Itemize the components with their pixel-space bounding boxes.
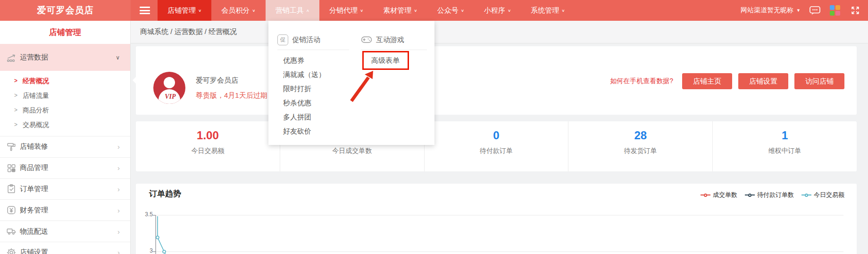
menu-item-friend-bargain[interactable]: 好友砍价	[277, 124, 349, 138]
store-name: 爱可罗会员店	[196, 76, 238, 85]
chevron-up-icon: ∧	[306, 8, 309, 13]
nav-tab-member-points[interactable]: 会员积分∨	[211, 0, 265, 21]
delivery-truck-icon	[6, 226, 17, 237]
stat-value: 28	[568, 129, 712, 143]
main-nav-tabs: 店铺管理∨ 会员积分∨ 营销工具∧ 分销代理∨ 素材管理∨ 公众号∨ 小程序∨ …	[158, 0, 575, 21]
sidebar-title: 店铺管理	[0, 21, 130, 44]
chevron-down-icon: ∨	[461, 8, 464, 13]
store-avatar: VIP	[153, 72, 185, 104]
shop-settings-button[interactable]: 店铺设置	[738, 73, 788, 89]
breadcrumb[interactable]: 商城系统 / 运营数据 / 经营概况	[140, 27, 237, 36]
legend-pending-payment-orders[interactable]: 待付款订单数	[745, 191, 794, 199]
fullscreen-expand-icon[interactable]	[849, 5, 861, 16]
stat-pending-shipment-orders: 28 待发货订单	[568, 121, 712, 171]
stat-label: 待发货订单	[568, 147, 712, 155]
stat-value: 1.00	[136, 129, 280, 143]
red-highlight-box	[362, 51, 409, 70]
sidebar-sub-product-analysis[interactable]: >商品分析	[0, 103, 130, 118]
nav-tab-official-account[interactable]: 公众号∨	[427, 0, 474, 21]
chevron-right-icon: ›	[117, 248, 120, 254]
sidebar-sub-shop-traffic[interactable]: >店铺流量	[0, 88, 130, 103]
sidebar-item-finance-management[interactable]: 财务管理 ›	[0, 199, 130, 220]
sidebar: 店铺管理 运营数据 ∨ >经营概况 >店铺流量 >商品分析 >交易概况 店铺装修…	[0, 21, 131, 254]
menu-item-coupon[interactable]: 优惠券	[277, 53, 349, 68]
legend-today-transaction-amount[interactable]: 今日交易额	[801, 191, 844, 199]
order-trend-card: 订单趋势 成交单数 待付款订单数 今日交易额 3.5 3	[136, 184, 857, 254]
main-content: VIP 爱可罗会员店 尊贵版，4月1天后过期 如何在手机查看数据? 店铺主页 店…	[131, 43, 868, 254]
sidebar-submenu: >经营概况 >店铺流量 >商品分析 >交易概况	[0, 71, 130, 136]
hamburger-menu-icon[interactable]	[140, 7, 150, 14]
interactive-games-header: 互动游戏	[361, 34, 427, 45]
nav-tab-shop-management[interactable]: 店铺管理∨	[158, 0, 211, 21]
visit-shop-button[interactable]: 访问店铺	[794, 73, 844, 89]
legend-marker	[701, 194, 710, 197]
menu-item-flash-sale[interactable]: 秒杀优惠	[277, 96, 349, 110]
promo-activities-column: 促 促销活动 优惠券 满就减（送） 限时打折 秒杀优惠 多人拼团 好友砍价	[277, 34, 349, 138]
paint-roller-icon	[6, 142, 17, 152]
message-chat-icon[interactable]	[809, 5, 821, 16]
chevron-down-icon: ∨	[414, 8, 417, 13]
sidebar-item-order-management[interactable]: 订单管理 ›	[0, 178, 130, 200]
vip-badge: VIP	[165, 93, 175, 101]
chevron-down-icon: ∨	[198, 8, 201, 13]
stats-chart-icon	[6, 52, 17, 63]
game-controller-icon	[361, 35, 372, 44]
stat-dispute-orders: 1 维权中订单	[712, 121, 857, 171]
sidebar-item-logistics-delivery[interactable]: 物流配送 ›	[0, 220, 130, 242]
top-navbar: 爱可罗会员店 店铺管理∨ 会员积分∨ 营销工具∧ 分销代理∨ 素材管理∨ 公众号…	[0, 0, 868, 21]
yen-money-icon	[6, 205, 17, 215]
promo-items: 优惠券 满就减（送） 限时打折 秒杀优惠 多人拼团 好友砍价	[277, 50, 349, 138]
sidebar-item-operation-data[interactable]: 运营数据 ∨	[0, 44, 130, 71]
sidebar-item-shop-decoration[interactable]: 店铺装修 ›	[0, 136, 130, 157]
menu-item-limited-time-discount[interactable]: 限时打折	[277, 82, 349, 96]
chevron-down-icon: ∨	[561, 8, 565, 13]
stat-value: 0	[425, 129, 568, 143]
order-trend-chart	[136, 207, 857, 254]
promo-icon: 促	[277, 34, 288, 45]
menu-item-group-buying[interactable]: 多人拼团	[277, 110, 349, 124]
breadcrumb-bar: 商城系统 / 运营数据 / 经营概况	[131, 21, 868, 43]
chart-title: 订单趋势	[149, 188, 181, 199]
legend-completed-orders[interactable]: 成交单数	[701, 191, 737, 199]
chevron-down-icon: ∨	[116, 54, 120, 61]
plan-expiry-notice: 尊贵版，4月1天后过期	[196, 91, 267, 100]
stat-label: 维权中订单	[713, 147, 857, 155]
chevron-right-icon: ›	[117, 143, 120, 151]
promo-activities-header: 促 促销活动	[277, 34, 349, 45]
chevron-right-icon: ›	[117, 228, 120, 236]
stat-pending-payment-orders: 0 待付款订单	[424, 121, 568, 171]
card-left-notch	[133, 76, 136, 84]
app-grid-icon[interactable]	[829, 5, 841, 16]
today-stats-card: 1.00 今日交易额 今日成交单数 0 待付款订单 28 待发货订单 1 维权中…	[136, 121, 857, 171]
mobile-data-help-link[interactable]: 如何在手机查看数据?	[610, 77, 673, 85]
chevron-right-icon: ›	[117, 185, 120, 193]
nav-tab-system-management[interactable]: 系统管理∨	[521, 0, 575, 21]
sidebar-sub-business-overview[interactable]: >经营概况	[0, 74, 130, 88]
shop-home-button[interactable]: 店铺主页	[682, 73, 732, 89]
sidebar-item-product-management[interactable]: 商品管理 ›	[0, 157, 130, 178]
app-logo: 爱可罗会员店	[0, 0, 131, 21]
store-actions: 如何在手机查看数据? 店铺主页 店铺设置 访问店铺	[610, 73, 844, 89]
sidebar-sub-transaction-overview[interactable]: >交易概况	[0, 118, 130, 132]
nav-tab-distribution-agent[interactable]: 分销代理∨	[319, 0, 373, 21]
stat-label: 待付款订单	[425, 147, 568, 155]
nav-tab-marketing-tools[interactable]: 营销工具∧	[266, 0, 319, 21]
admin-screen: 爱可罗会员店 店铺管理∨ 会员积分∨ 营销工具∧ 分销代理∨ 素材管理∨ 公众号…	[0, 0, 868, 254]
stat-label: 今日交易额	[136, 147, 280, 155]
sidebar-item-shop-settings[interactable]: 店铺设置 ›	[0, 242, 130, 254]
user-account-menu[interactable]: 网站渠道暂无昵称 ▼	[741, 6, 801, 15]
nav-tab-mini-program[interactable]: 小程序∨	[474, 0, 521, 21]
chart-legend: 成交单数 待付款订单数 今日交易额	[701, 191, 844, 199]
navbar-right-cluster: 网站渠道暂无昵称 ▼	[741, 0, 868, 21]
caret-down-icon: ▼	[796, 8, 801, 13]
stat-today-transaction-amount: 1.00 今日交易额	[136, 121, 280, 171]
chevron-right-icon: ›	[117, 206, 120, 214]
legend-marker	[745, 194, 755, 197]
chevron-down-icon: ∨	[360, 8, 363, 13]
gear-icon	[6, 247, 17, 254]
chevron-down-icon: ∨	[508, 8, 511, 13]
menu-item-full-reduction[interactable]: 满就减（送）	[277, 68, 349, 82]
nav-tab-material-management[interactable]: 素材管理∨	[373, 0, 427, 21]
stat-label: 今日成交单数	[280, 147, 424, 155]
marketing-tools-dropdown: 促 促销活动 优惠券 满就减（送） 限时打折 秒杀优惠 多人拼团 好友砍价 互动…	[268, 21, 434, 145]
